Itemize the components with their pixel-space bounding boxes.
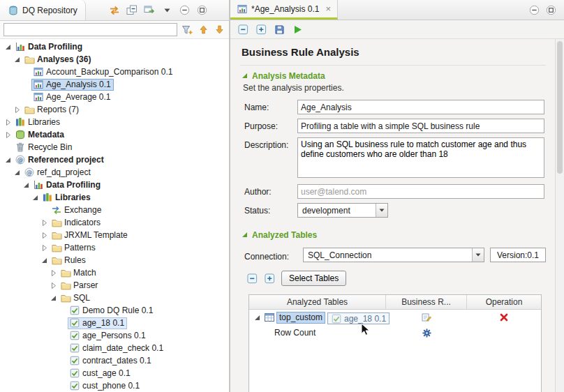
analyzed-table-row[interactable]: top_custom bbox=[249, 310, 541, 325]
indicator-options-gear-icon[interactable] bbox=[420, 326, 433, 339]
tree-node[interactable]: Rules bbox=[50, 255, 89, 266]
twistie-expanded-icon[interactable] bbox=[252, 315, 262, 321]
twistie-collapsed-icon[interactable] bbox=[39, 220, 50, 226]
tree-node[interactable]: contract_dates 0.1 bbox=[68, 355, 154, 367]
view-menu-icon[interactable] bbox=[161, 4, 173, 17]
tree-node[interactable]: cust_age 0.1 bbox=[68, 368, 133, 379]
tree-item-match[interactable]: Match bbox=[0, 266, 229, 279]
tab-age-analysis-editor[interactable]: *Age_Analysis 0.1 × bbox=[230, 0, 338, 20]
close-icon[interactable]: × bbox=[325, 4, 331, 13]
twistie-collapsed-icon[interactable] bbox=[39, 245, 50, 251]
delete-icon[interactable] bbox=[498, 311, 510, 324]
minimize-icon[interactable] bbox=[178, 4, 191, 17]
twistie-expanded-icon[interactable] bbox=[3, 44, 13, 50]
twistie-expanded-icon[interactable] bbox=[39, 257, 50, 264]
sync-icon[interactable] bbox=[108, 4, 121, 17]
section-twistie-icon[interactable] bbox=[242, 71, 248, 81]
tree-node[interactable]: Indicators bbox=[50, 217, 103, 229]
save-icon[interactable] bbox=[273, 23, 285, 36]
tree-node[interactable]: cust_phone 0.1 bbox=[68, 380, 142, 392]
tree-item-demo-dq-rule-0-1[interactable]: Demo DQ Rule 0.1 bbox=[0, 304, 229, 317]
tree-item-data-profiling[interactable]: Data Profiling bbox=[0, 179, 229, 191]
select-tables-button[interactable]: Select Tables bbox=[281, 271, 346, 286]
tree-item-account-backup-comparison-0-1[interactable]: Account_Backup_Comparison 0.1 bbox=[0, 66, 229, 78]
twistie-collapsed-icon[interactable] bbox=[12, 107, 22, 113]
tree-node[interactable]: Match bbox=[59, 267, 99, 279]
description-textarea[interactable]: Using an SQL business rule to match cust… bbox=[297, 137, 544, 178]
twistie-collapsed-icon[interactable] bbox=[48, 270, 59, 276]
tree-item-reports-7[interactable]: Reports (7) bbox=[0, 103, 229, 116]
filter-funnel-icon[interactable] bbox=[181, 24, 193, 36]
move-down-icon[interactable] bbox=[213, 24, 225, 36]
chevron-down-icon[interactable] bbox=[376, 204, 387, 217]
tree-node[interactable]: age_Persons 0.1 bbox=[68, 330, 149, 342]
tree-node[interactable]: Metadata bbox=[13, 129, 67, 141]
column-operation[interactable]: Operation bbox=[467, 295, 541, 309]
maximize-icon[interactable] bbox=[544, 3, 557, 16]
purpose-input[interactable] bbox=[297, 119, 544, 133]
tree-item-metadata[interactable]: Metadata bbox=[0, 128, 229, 141]
tree-node[interactable]: Reports (7) bbox=[22, 104, 82, 116]
tree-item-exchange[interactable]: Exchange bbox=[0, 204, 229, 216]
expand-sections-icon[interactable] bbox=[263, 272, 276, 285]
twistie-collapsed-icon[interactable] bbox=[3, 132, 13, 138]
expand-sections-icon[interactable] bbox=[255, 23, 267, 36]
tree-node[interactable]: Libraries bbox=[40, 192, 94, 204]
connection-dropdown[interactable]: SQL_Connection bbox=[303, 248, 484, 262]
section-analyzed-tables[interactable]: Analyzed Tables bbox=[240, 225, 546, 242]
twistie-expanded-icon[interactable] bbox=[12, 56, 22, 63]
tree-node[interactable]: Parser bbox=[59, 280, 101, 292]
tree-node[interactable]: Data Profiling bbox=[13, 41, 85, 53]
status-dropdown[interactable]: development bbox=[297, 203, 388, 218]
link-editor-icon[interactable] bbox=[143, 4, 156, 17]
tree-item-age-persons-0-1[interactable]: age_Persons 0.1 bbox=[0, 329, 229, 342]
tree-item-age-analysis-0-1[interactable]: Age_Analysis 0.1 bbox=[0, 78, 229, 91]
collapse-sections-icon[interactable] bbox=[237, 23, 249, 36]
tree-node[interactable]: Libraries bbox=[13, 116, 63, 128]
run-icon[interactable] bbox=[291, 23, 304, 36]
collapse-sections-icon[interactable] bbox=[246, 272, 258, 285]
tree-item-age-average-0-1[interactable]: Age_Average 0.1 bbox=[0, 91, 229, 103]
business-rule-edit-icon[interactable] bbox=[420, 311, 433, 324]
tree-item-indicators[interactable]: Indicators bbox=[0, 216, 229, 229]
move-up-icon[interactable] bbox=[197, 24, 209, 36]
tree-node[interactable]: Age_Average 0.1 bbox=[31, 91, 114, 103]
tree-node[interactable]: JRXML Template bbox=[50, 229, 131, 241]
tree-item-sql[interactable]: SQL bbox=[0, 292, 229, 304]
tree-item-claim-date-check-0-1[interactable]: claim_date_check 0.1 bbox=[0, 342, 229, 354]
tree-node[interactable]: Demo DQ Rule 0.1 bbox=[68, 305, 156, 317]
tree-node[interactable]: @Referenced project bbox=[13, 154, 107, 166]
vertical-scrollbar[interactable] bbox=[555, 39, 564, 392]
author-input[interactable] bbox=[297, 184, 544, 199]
twistie-collapsed-icon[interactable] bbox=[3, 119, 13, 126]
tree-item-libraries[interactable]: Libraries bbox=[0, 116, 229, 128]
column-business-rule[interactable]: Business R... bbox=[386, 295, 467, 309]
tree-node[interactable]: Recycle Bin bbox=[13, 142, 75, 153]
twistie-expanded-icon[interactable] bbox=[48, 295, 59, 301]
tree-node[interactable]: Data Profiling bbox=[31, 179, 103, 191]
tab-dq-repository[interactable]: DQ Repository bbox=[0, 0, 86, 20]
tree-item-analyses-36[interactable]: Analyses (36) bbox=[0, 53, 229, 66]
column-analyzed-tables[interactable]: Analyzed Tables bbox=[249, 295, 386, 309]
tree-item-recycle-bin[interactable]: Recycle Bin bbox=[0, 141, 229, 153]
tree-item-parser[interactable]: Parser bbox=[0, 279, 229, 292]
tree-filter-input[interactable] bbox=[3, 23, 177, 36]
tree-node[interactable]: Exchange bbox=[50, 204, 104, 216]
collapse-all-icon[interactable] bbox=[126, 4, 138, 17]
section-analysis-metadata[interactable]: Analysis Metadata bbox=[240, 66, 546, 83]
tree-item-contract-dates-0-1[interactable]: contract_dates 0.1 bbox=[0, 354, 229, 367]
twistie-collapsed-icon[interactable] bbox=[39, 232, 50, 239]
tree-node[interactable]: Account_Backup_Comparison 0.1 bbox=[31, 66, 175, 78]
tree-node[interactable]: @ref_dq_project bbox=[22, 167, 94, 179]
tree-item-data-profiling[interactable]: Data Profiling bbox=[0, 40, 229, 53]
twistie-expanded-icon[interactable] bbox=[30, 195, 40, 201]
twistie-collapsed-icon[interactable] bbox=[48, 282, 59, 289]
minimize-icon[interactable] bbox=[528, 3, 540, 16]
tree-node[interactable]: Patterns bbox=[50, 242, 98, 254]
tree-item-cust-age-0-1[interactable]: cust_age 0.1 bbox=[0, 367, 229, 379]
tree-item-libraries[interactable]: Libraries bbox=[0, 191, 229, 204]
tree-item-ref-dq-project[interactable]: @ref_dq_project bbox=[0, 166, 229, 179]
scrollbar-thumb[interactable] bbox=[557, 41, 563, 174]
tree-item-cust-phone-0-1[interactable]: cust_phone 0.1 bbox=[0, 379, 229, 392]
twistie-expanded-icon[interactable] bbox=[21, 182, 31, 188]
